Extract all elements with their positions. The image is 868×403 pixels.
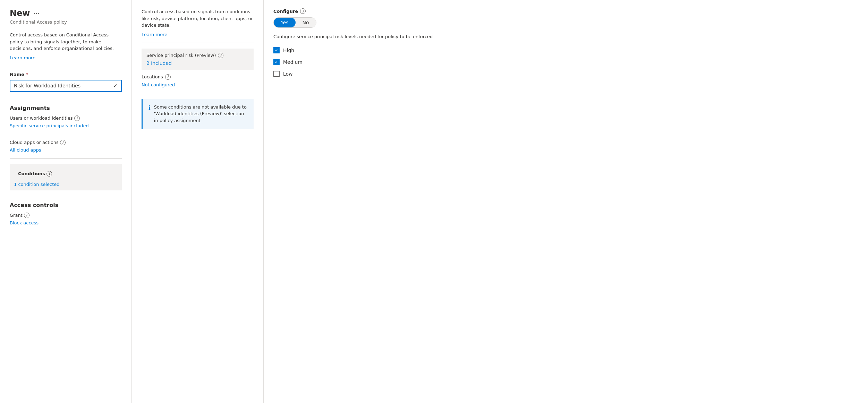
- main-panel: New ··· Conditional Access policy Contro…: [0, 0, 132, 403]
- info-box-icon: ℹ: [148, 104, 151, 111]
- divider-4: [10, 158, 122, 158]
- main-description: Control access based on Conditional Acce…: [10, 32, 122, 52]
- info-box-text: Some conditions are not available due to…: [154, 104, 248, 124]
- sp-label: Service principal risk (Preview) i: [146, 53, 249, 58]
- checkbox-high[interactable]: ✓: [273, 47, 280, 53]
- checkmark-icon: ✓: [113, 83, 118, 89]
- checkbox-medium-label: Medium: [283, 59, 303, 65]
- right-panel: Configure i Yes No Configure service pri…: [264, 0, 868, 403]
- name-label: Name *: [10, 72, 122, 77]
- checkbox-medium[interactable]: ✓: [273, 59, 280, 65]
- name-input-wrapper[interactable]: ✓: [10, 80, 122, 92]
- page-subtitle: Conditional Access policy: [10, 19, 122, 25]
- divider-6: [10, 231, 122, 231]
- users-label: Users or workload identities i: [10, 115, 122, 121]
- page-title-container: New ···: [10, 8, 122, 18]
- page-title: New: [10, 8, 30, 18]
- checkbox-low-label: Low: [283, 71, 293, 77]
- grant-value[interactable]: Block access: [10, 220, 122, 225]
- cloud-apps-value[interactable]: All cloud apps: [10, 147, 122, 153]
- conditions-row[interactable]: Conditions i 1 condition selected: [10, 164, 122, 190]
- middle-divider-1: [142, 43, 254, 43]
- yes-toggle-button[interactable]: Yes: [274, 18, 296, 27]
- checkbox-medium-row: ✓ Medium: [273, 59, 858, 65]
- divider-2: [10, 99, 122, 99]
- middle-description: Control access based on signals from con…: [142, 8, 254, 29]
- checkbox-high-label: High: [283, 48, 294, 53]
- ellipsis-menu[interactable]: ···: [34, 10, 40, 17]
- sp-info-icon[interactable]: i: [218, 53, 223, 58]
- locations-label: Locations i: [142, 74, 254, 80]
- check-mark-high: ✓: [275, 48, 278, 53]
- conditions-title: Conditions i: [14, 168, 118, 180]
- middle-panel: Control access based on signals from con…: [132, 0, 264, 403]
- name-input[interactable]: [14, 83, 113, 88]
- locations-info-icon[interactable]: i: [165, 74, 171, 80]
- sp-value[interactable]: 2 included: [146, 60, 172, 66]
- configure-label: Configure i: [273, 8, 858, 14]
- required-star: *: [26, 72, 28, 77]
- cloud-apps-label: Cloud apps or actions i: [10, 140, 122, 145]
- no-toggle-button[interactable]: No: [296, 18, 316, 27]
- condition-value[interactable]: 1 condition selected: [14, 182, 60, 187]
- middle-divider-2: [142, 93, 254, 93]
- service-principal-row[interactable]: Service principal risk (Preview) i 2 inc…: [142, 49, 254, 70]
- access-controls-title: Access controls: [10, 202, 122, 208]
- users-info-icon[interactable]: i: [74, 115, 80, 121]
- configure-info-icon[interactable]: i: [300, 8, 306, 14]
- divider-5: [10, 196, 122, 196]
- middle-learn-more-link[interactable]: Learn more: [142, 32, 167, 37]
- not-configured-link[interactable]: Not configured: [142, 82, 175, 87]
- learn-more-link[interactable]: Learn more: [10, 55, 35, 60]
- users-value[interactable]: Specific service principals included: [10, 123, 122, 128]
- check-mark-medium: ✓: [275, 60, 278, 65]
- conditions-info-icon[interactable]: i: [46, 171, 52, 177]
- grant-info-icon[interactable]: i: [24, 213, 29, 218]
- checkbox-high-row: ✓ High: [273, 47, 858, 53]
- checkbox-low-row: Low: [273, 71, 858, 77]
- configure-description: Configure service principal risk levels …: [273, 33, 858, 40]
- divider-1: [10, 66, 122, 66]
- toggle-container: Yes No: [273, 17, 316, 28]
- assignments-title: Assignments: [10, 105, 122, 111]
- checkbox-low[interactable]: [273, 71, 280, 77]
- locations-section: Locations i Not configured: [142, 74, 254, 87]
- divider-3: [10, 134, 122, 134]
- cloud-apps-info-icon[interactable]: i: [60, 140, 66, 145]
- info-box: ℹ Some conditions are not available due …: [142, 99, 254, 129]
- grant-label: Grant i: [10, 213, 122, 218]
